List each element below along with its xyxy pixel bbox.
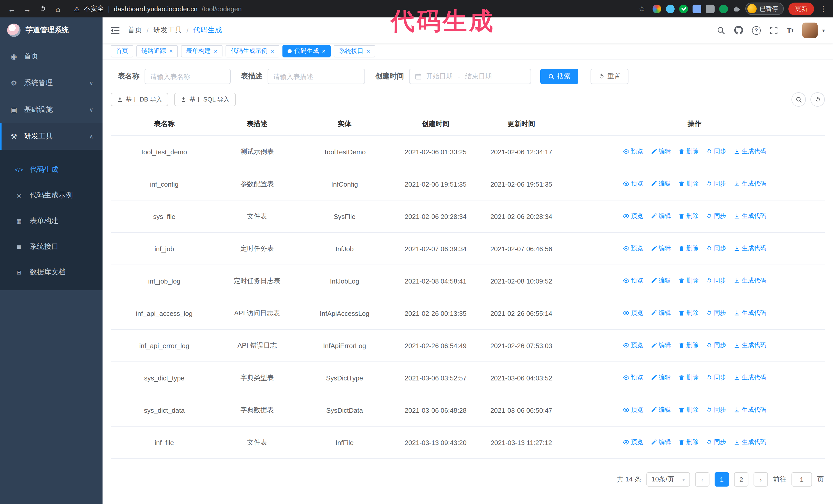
generate-code-link[interactable]: 生成代码 xyxy=(734,341,766,350)
generate-code-link[interactable]: 生成代码 xyxy=(734,438,766,447)
sync-link[interactable]: 同步 xyxy=(706,212,727,220)
reload-icon[interactable] xyxy=(36,2,49,16)
generate-code-link[interactable]: 生成代码 xyxy=(734,244,766,253)
reset-button[interactable]: 重置 xyxy=(591,69,628,84)
toggle-search-button[interactable] xyxy=(791,92,806,106)
delete-link[interactable]: 删除 xyxy=(678,277,699,285)
delete-link[interactable]: 删除 xyxy=(678,406,699,414)
preview-link[interactable]: 预览 xyxy=(623,277,643,285)
extension-drop-icon[interactable] xyxy=(666,4,674,13)
breadcrumb-home[interactable]: 首页 xyxy=(128,26,142,35)
sidebar-item-codegen[interactable]: </> 代码生成 xyxy=(0,157,102,183)
preview-link[interactable]: 预览 xyxy=(623,373,643,382)
sync-link[interactable]: 同步 xyxy=(706,373,727,382)
help-icon[interactable]: ? xyxy=(752,26,760,34)
browser-update-button[interactable]: 更新 xyxy=(788,2,814,15)
page-size-select[interactable]: 10条/页 ▾ xyxy=(646,472,690,486)
generate-code-link[interactable]: 生成代码 xyxy=(734,212,766,220)
sidebar-item-system-api[interactable]: ≣ 系统接口 xyxy=(0,234,102,259)
close-tab-icon[interactable]: × xyxy=(366,48,370,54)
import-db-button[interactable]: 基于 DB 导入 xyxy=(111,93,168,106)
delete-link[interactable]: 删除 xyxy=(678,244,699,253)
breadcrumb-dev-tools[interactable]: 研发工具 xyxy=(153,26,182,35)
edit-link[interactable]: 编辑 xyxy=(650,244,671,253)
preview-link[interactable]: 预览 xyxy=(623,406,643,414)
edit-link[interactable]: 编辑 xyxy=(650,438,671,447)
generate-code-link[interactable]: 生成代码 xyxy=(734,373,766,382)
page-1-button[interactable]: 1 xyxy=(715,472,729,486)
close-tab-icon[interactable]: × xyxy=(214,48,217,54)
prev-page-button[interactable]: ‹ xyxy=(695,472,710,486)
sync-link[interactable]: 同步 xyxy=(706,341,727,350)
address-bar[interactable]: ⚠ 不安全 | dashboard.yudao.iocoder.cn/tool/… xyxy=(67,4,650,13)
sync-link[interactable]: 同步 xyxy=(706,309,727,317)
table-name-input[interactable] xyxy=(145,69,231,84)
sidebar-item-home[interactable]: ◉ 首页 xyxy=(0,43,102,70)
edit-link[interactable]: 编辑 xyxy=(650,341,671,350)
edit-link[interactable]: 编辑 xyxy=(650,309,671,317)
generate-code-link[interactable]: 生成代码 xyxy=(734,179,766,188)
extension-check-icon[interactable] xyxy=(679,4,688,13)
sidebar-item-codegen-example[interactable]: ◎ 代码生成示例 xyxy=(0,183,102,208)
browser-menu-icon[interactable]: ⋮ xyxy=(819,5,828,13)
edit-link[interactable]: 编辑 xyxy=(650,212,671,220)
sync-link[interactable]: 同步 xyxy=(706,244,727,253)
sync-link[interactable]: 同步 xyxy=(706,147,727,156)
delete-link[interactable]: 删除 xyxy=(678,341,699,350)
extension-colorful-icon[interactable] xyxy=(652,4,661,13)
extension-box-icon[interactable] xyxy=(706,4,715,13)
search-icon[interactable] xyxy=(716,26,725,34)
sync-link[interactable]: 同步 xyxy=(706,438,727,447)
close-tab-icon[interactable]: × xyxy=(322,48,326,54)
profile-paused-badge[interactable]: 已暂停 xyxy=(745,3,784,15)
delete-link[interactable]: 删除 xyxy=(678,147,699,156)
extension-leaf-icon[interactable] xyxy=(719,4,728,13)
forward-icon[interactable]: → xyxy=(21,2,34,16)
close-tab-icon[interactable]: × xyxy=(169,48,173,54)
avatar-caret-icon[interactable]: ▾ xyxy=(822,27,825,33)
browser-home-icon[interactable]: ⌂ xyxy=(51,2,65,16)
import-sql-button[interactable]: 基于 SQL 导入 xyxy=(174,93,236,106)
delete-link[interactable]: 删除 xyxy=(678,438,699,447)
fullscreen-icon[interactable] xyxy=(769,26,778,34)
preview-link[interactable]: 预览 xyxy=(623,309,643,317)
delete-link[interactable]: 删除 xyxy=(678,373,699,382)
generate-code-link[interactable]: 生成代码 xyxy=(734,309,766,317)
preview-link[interactable]: 预览 xyxy=(623,147,643,156)
tab-codegen[interactable]: 代码生成 × xyxy=(282,45,331,57)
delete-link[interactable]: 删除 xyxy=(678,212,699,220)
edit-link[interactable]: 编辑 xyxy=(650,406,671,414)
extensions-puzzle-icon[interactable] xyxy=(733,5,741,13)
preview-link[interactable]: 预览 xyxy=(623,179,643,188)
sidebar-item-db-docs[interactable]: ⊞ 数据库文档 xyxy=(0,259,102,285)
bookmark-icon[interactable]: ☆ xyxy=(639,4,650,13)
generate-code-link[interactable]: 生成代码 xyxy=(734,147,766,156)
preview-link[interactable]: 预览 xyxy=(623,438,643,447)
edit-link[interactable]: 编辑 xyxy=(650,373,671,382)
refresh-button[interactable] xyxy=(810,92,825,106)
search-button[interactable]: 搜索 xyxy=(540,69,578,84)
sidebar-item-infrastructure[interactable]: ▣ 基础设施 ∨ xyxy=(0,96,102,123)
tab-system-api[interactable]: 系统接口 × xyxy=(334,45,375,57)
sync-link[interactable]: 同步 xyxy=(706,179,727,188)
github-icon[interactable] xyxy=(734,26,743,35)
sync-link[interactable]: 同步 xyxy=(706,277,727,285)
tab-trace[interactable]: 链路追踪 × xyxy=(136,45,178,57)
font-size-icon[interactable]: TT xyxy=(787,26,793,34)
edit-link[interactable]: 编辑 xyxy=(650,277,671,285)
close-tab-icon[interactable]: × xyxy=(271,48,274,54)
edit-link[interactable]: 编辑 xyxy=(650,179,671,188)
sidebar-toggle-icon[interactable] xyxy=(111,26,119,34)
goto-page-input[interactable] xyxy=(791,472,812,486)
sidebar-item-dev-tools[interactable]: ⚒ 研发工具 ∧ xyxy=(0,123,102,150)
next-page-button[interactable]: › xyxy=(754,472,768,486)
generate-code-link[interactable]: 生成代码 xyxy=(734,406,766,414)
date-range-picker[interactable]: 开始日期 - 结束日期 xyxy=(409,69,531,84)
preview-link[interactable]: 预览 xyxy=(623,212,643,220)
security-label[interactable]: 不安全 xyxy=(84,4,104,13)
generate-code-link[interactable]: 生成代码 xyxy=(734,277,766,285)
table-desc-input[interactable] xyxy=(268,69,365,84)
preview-link[interactable]: 预览 xyxy=(623,341,643,350)
sidebar-item-system-mgmt[interactable]: ⚙ 系统管理 ∨ xyxy=(0,70,102,96)
user-avatar[interactable] xyxy=(802,23,818,38)
